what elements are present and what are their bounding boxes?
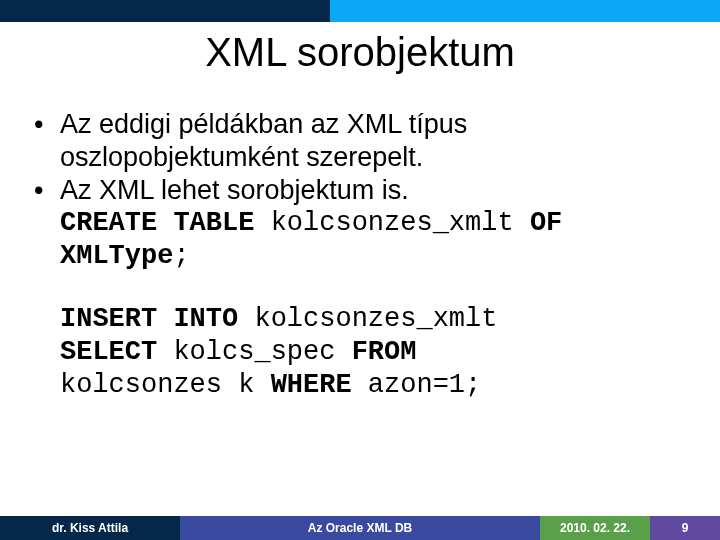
code-insert-line1: INSERT INTO kolcsonzes_xmlt [32, 303, 688, 336]
kw-create-table: CREATE TABLE [60, 208, 254, 238]
kw-where: WHERE [271, 370, 352, 400]
footer-author: dr. Kiss Attila [0, 516, 180, 540]
spacer [32, 273, 688, 303]
code-create-line1: CREATE TABLE kolcsonzes_xmlt OF [32, 207, 688, 240]
slide-body: • Az eddigi példákban az XML típus oszlo… [32, 108, 688, 402]
bullet-1-text: Az eddigi példákban az XML típus oszlopo… [60, 109, 467, 172]
code-from-rest: kolcsonzes k [60, 370, 271, 400]
footer: dr. Kiss Attila Az Oracle XML DB 2010. 0… [0, 516, 720, 540]
bullet-2: • Az XML lehet sorobjektum is. [32, 174, 688, 207]
kw-of: OF [530, 208, 562, 238]
slide-title: XML sorobjektum [0, 30, 720, 75]
kw-xmltype: XMLType [60, 241, 173, 271]
bullet-2-text: Az XML lehet sorobjektum is. [60, 175, 409, 205]
footer-date: 2010. 02. 22. [540, 516, 650, 540]
topbar-light [330, 0, 720, 22]
code-where-cond: azon=1; [352, 370, 482, 400]
code-table-name: kolcsonzes_xmlt [254, 208, 529, 238]
footer-subject: Az Oracle XML DB [180, 516, 540, 540]
footer-page: 9 [650, 516, 720, 540]
bullet-dot: • [34, 174, 43, 207]
code-insert-line3: kolcsonzes k WHERE azon=1; [32, 369, 688, 402]
bullet-1: • Az eddigi példákban az XML típus oszlo… [32, 108, 688, 174]
slide: XML sorobjektum • Az eddigi példákban az… [0, 0, 720, 540]
code-select-col: kolcs_spec [157, 337, 351, 367]
kw-select: SELECT [60, 337, 157, 367]
code-insert-line2: SELECT kolcs_spec FROM [32, 336, 688, 369]
bullet-dot: • [34, 108, 43, 141]
code-create-line2: XMLType; [32, 240, 688, 273]
code-insert-table: kolcsonzes_xmlt [238, 304, 497, 334]
topbar-dark [0, 0, 330, 22]
kw-from: FROM [352, 337, 417, 367]
kw-insert-into: INSERT INTO [60, 304, 238, 334]
code-semicolon: ; [173, 241, 189, 271]
